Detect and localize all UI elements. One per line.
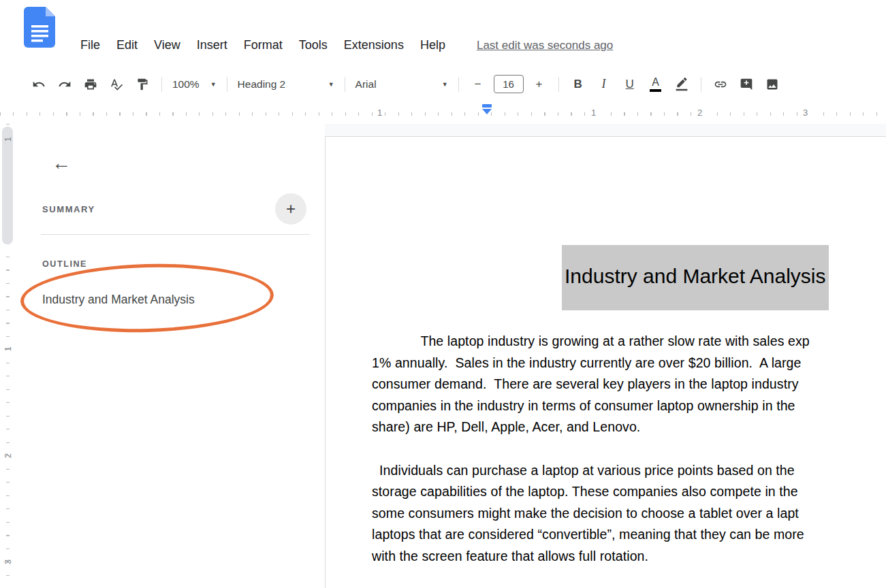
paint-format-icon	[136, 78, 149, 91]
summary-label: SUMMARY	[42, 204, 95, 214]
highlighter-icon	[675, 78, 689, 91]
minus-icon: −	[475, 78, 481, 91]
menu-tools[interactable]: Tools	[291, 35, 336, 56]
style-value: Heading 2	[238, 78, 286, 91]
outline-label: OUTLINE	[42, 259, 87, 269]
menu-insert[interactable]: Insert	[189, 35, 236, 56]
italic-button[interactable]: I	[594, 74, 614, 95]
underline-icon: U	[625, 78, 633, 91]
ruler-number: 2	[695, 108, 705, 118]
first-line-indent-icon	[482, 104, 492, 108]
insert-link-button[interactable]	[710, 74, 731, 95]
text-color-button[interactable]: A	[646, 74, 666, 95]
italic-icon: I	[602, 77, 606, 91]
toolbar-separator	[458, 77, 459, 92]
paragraph-style-dropdown[interactable]: Heading 2 ▼	[238, 78, 334, 91]
comment-icon	[740, 78, 753, 91]
plus-icon: +	[286, 199, 296, 218]
highlight-color-button[interactable]	[671, 74, 692, 95]
bold-button[interactable]: B	[568, 74, 588, 95]
menu-file[interactable]: File	[72, 35, 108, 56]
bold-icon: B	[573, 78, 582, 91]
ruler-number: 2	[3, 449, 13, 463]
summary-row: SUMMARY +	[42, 193, 306, 225]
chevron-down-icon: ▼	[442, 81, 448, 88]
docs-logo-icon[interactable]	[22, 7, 58, 48]
underline-button[interactable]: U	[620, 74, 640, 95]
font-size-value: 16	[503, 78, 514, 90]
font-dropdown[interactable]: Arial ▼	[355, 78, 448, 91]
document-heading-selected[interactable]: Industry and Market Analysis	[562, 245, 829, 310]
paragraph[interactable]: Individuals can purchase a laptop at var…	[372, 460, 886, 568]
redo-icon	[58, 78, 72, 91]
document-canvas: Industry and Market Analysis The laptop …	[325, 124, 886, 588]
decrease-font-size-button[interactable]: −	[468, 74, 488, 95]
ruler-number: 3	[800, 108, 810, 118]
toolbar: 100% ▼ Heading 2 ▼ Arial ▼ − 16 + B I U …	[0, 65, 886, 103]
heading-row: Industry and Market Analysis	[372, 245, 886, 310]
document-page[interactable]: Industry and Market Analysis The laptop …	[325, 136, 886, 588]
insert-image-button[interactable]	[762, 74, 782, 95]
menu-edit[interactable]: Edit	[108, 35, 146, 56]
outline-item-industry-and-market-analysis[interactable]: Industry and Market Analysis	[42, 293, 195, 307]
indent-marker[interactable]	[482, 104, 492, 114]
toolbar-separator	[558, 77, 559, 92]
undo-button[interactable]	[29, 74, 49, 95]
zoom-value: 100%	[172, 78, 200, 91]
paragraph[interactable]: The laptop industry is growing at a rath…	[372, 331, 886, 438]
text-color-icon: A	[650, 77, 661, 92]
menu-extensions[interactable]: Extensions	[336, 35, 412, 56]
toolbar-separator	[701, 77, 701, 92]
ruler-number: 1	[588, 108, 599, 118]
toolbar-separator	[227, 77, 227, 92]
menubar: File Edit View Insert Format Tools Exten…	[0, 0, 886, 65]
print-button[interactable]	[80, 74, 101, 95]
plus-icon: +	[536, 78, 543, 91]
ruler-number: 1	[3, 133, 13, 146]
left-indent-icon	[482, 109, 492, 114]
menu-format[interactable]: Format	[236, 35, 291, 56]
content-area: 1 1 2 3 ← SUMMARY + OUTLINE Industry and…	[0, 124, 886, 588]
toolbar-separator	[161, 77, 162, 92]
spellcheck-button[interactable]	[106, 74, 127, 95]
increase-font-size-button[interactable]: +	[529, 74, 550, 95]
panel-divider	[41, 234, 310, 235]
menu-help[interactable]: Help	[412, 35, 454, 56]
menu-view[interactable]: View	[146, 35, 189, 56]
image-icon	[765, 78, 779, 91]
ruler-number: 1	[3, 342, 13, 356]
undo-icon	[32, 78, 46, 91]
menu-row: File Edit View Insert Format Tools Exten…	[72, 35, 613, 56]
last-edit-link[interactable]: Last edit was seconds ago	[477, 39, 613, 52]
redo-button[interactable]	[54, 74, 75, 95]
paint-format-button[interactable]	[132, 74, 153, 95]
ruler-number: 1	[375, 108, 385, 118]
zoom-dropdown[interactable]: 100% ▼	[172, 78, 217, 91]
link-icon	[714, 78, 727, 91]
add-summary-button[interactable]: +	[275, 193, 306, 225]
spellcheck-icon	[110, 78, 123, 91]
font-size-input[interactable]: 16	[494, 75, 524, 93]
print-icon	[84, 78, 97, 91]
close-outline-button[interactable]: ←	[52, 154, 71, 173]
add-comment-button[interactable]	[736, 74, 757, 95]
toolbar-separator	[345, 77, 345, 92]
chevron-down-icon: ▼	[210, 81, 217, 88]
ruler-number: 3	[3, 555, 13, 569]
chevron-down-icon: ▼	[328, 81, 334, 88]
outline-panel: ← SUMMARY + OUTLINE Industry and Market …	[15, 124, 325, 588]
font-value: Arial	[355, 78, 377, 91]
vertical-ruler: 1 1 2 3	[0, 124, 15, 588]
horizontal-ruler: 1 1 2 3	[0, 103, 886, 124]
